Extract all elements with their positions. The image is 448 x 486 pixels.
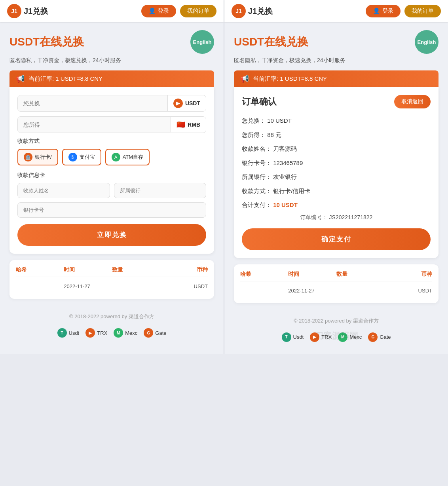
right-english-button[interactable]: English — [415, 30, 439, 54]
left-col-hash: 哈希 — [16, 266, 64, 273]
right-confirm-button[interactable]: 确定支付 — [242, 228, 431, 250]
left-atm-btn[interactable]: A ATM自存 — [105, 149, 150, 165]
left-get-row: 🇨🇳 RMB — [17, 116, 206, 133]
left-bank-btn[interactable]: 🏦 银行卡/ — [17, 149, 58, 165]
left-exchange-input[interactable] — [18, 95, 167, 111]
right-order-title: 订单确认 — [242, 96, 277, 108]
left-name-input[interactable] — [17, 183, 110, 198]
left-row-time: 2022-11-27 — [64, 283, 112, 289]
right-order-button[interactable]: 我的订单 — [404, 5, 441, 17]
right-row-amount — [336, 288, 384, 294]
left-mexc-icon: M — [114, 328, 123, 338]
left-col-currency: 币种 — [160, 266, 208, 273]
left-main-title: USDT在线兑换 — [9, 34, 84, 49]
left-logo-text: J1兑换 — [24, 6, 48, 17]
left-usdt-tag: ▶ USDT — [167, 95, 206, 111]
right-col-currency: 币种 — [384, 271, 432, 278]
right-total-row: 合计支付： 10 USDT — [242, 200, 431, 210]
svg-text:J1: J1 — [235, 8, 242, 14]
right-login-button[interactable]: 👤 登录 — [366, 5, 401, 17]
right-table-card: 哈希 时间 数量 币种 2022-11-27 USDT — [234, 264, 439, 303]
right-rate-text: 当前汇率: 1 USDT=8.8 CNY — [253, 75, 327, 83]
left-usdt-icon: ▶ — [173, 99, 183, 108]
left-speaker-icon: 📢 — [16, 74, 25, 83]
left-english-button[interactable]: English — [190, 30, 214, 54]
left-logo-area: J1 J1兑换 — [7, 4, 137, 18]
left-form-card: ▶ USDT 🇨🇳 RMB 收款方式 🏦 — [9, 87, 214, 254]
right-logo-icon: J1 — [232, 4, 246, 18]
right-total-value: 10 USDT — [273, 201, 298, 208]
left-header: J1 J1兑换 👤 登录 我的订单 — [0, 0, 224, 22]
left-atm-icon: A — [112, 153, 120, 161]
left-gate-coin: G Gate — [144, 328, 166, 338]
left-get-input[interactable] — [18, 117, 171, 133]
right-copyright: © 2018-2022 powered by 渠道合作方 — [224, 317, 448, 325]
right-row-time: 2022-11-27 — [288, 288, 336, 294]
left-rmb-tag: 🇨🇳 RMB — [171, 117, 206, 132]
left-bank-input[interactable] — [114, 183, 207, 198]
right-bank-row: 所属银行： 农业银行 — [242, 172, 431, 182]
right-table-row: 2022-11-27 USDT — [240, 285, 432, 297]
left-rmb-icon: 🇨🇳 — [177, 120, 185, 129]
right-gate-icon: G — [368, 332, 378, 342]
right-tether-icon: T — [282, 332, 291, 342]
left-footer: © 2018-2022 powered by 渠道合作方 — [0, 307, 224, 324]
right-col-time: 时间 — [288, 271, 336, 278]
right-header: J1 J1兑换 👤 登录 我的订单 — [224, 0, 448, 22]
left-submit-button[interactable]: 立即兑换 — [17, 224, 206, 246]
left-payment-label: 收款方式 — [17, 138, 206, 145]
left-order-button[interactable]: 我的订单 — [180, 5, 216, 17]
right-get-row: 您所得： 88 元 — [242, 130, 431, 140]
right-method-row: 收款方式： 银行卡/信用卡 — [242, 186, 431, 196]
right-subtitle: 匿名隐私，干净资金，极速兑换，24小时服务 — [234, 57, 439, 64]
left-copyright: © 2018-2022 powered by 渠道合作方 — [0, 313, 224, 320]
right-row-currency: USDT — [384, 288, 432, 294]
left-title-row: USDT在线兑换 English — [9, 30, 214, 54]
right-coins: T Usdt ▶ TRX M Mexc G Gate — [224, 328, 448, 346]
left-card-input[interactable] — [17, 202, 206, 218]
left-bank-icon: 🏦 — [24, 153, 32, 161]
left-row-amount — [112, 283, 160, 289]
left-login-button[interactable]: 👤 登录 — [141, 5, 176, 17]
right-trx-icon: ▶ — [310, 332, 319, 342]
left-row-hash — [16, 283, 64, 289]
left-table-row: 2022-11-27 USDT — [16, 280, 208, 292]
right-rate-bar: 📢 当前汇率: 1 USDT=8.8 CNY — [234, 70, 439, 87]
right-footer: © 2018-2022 powered by 渠道合作方 — [224, 311, 448, 328]
right-col-amount: 数量 — [336, 271, 384, 278]
left-trx-coin: ▶ TRX — [85, 328, 107, 338]
right-exchange-row: 您兑换： 10 USDT — [242, 116, 431, 126]
left-mexc-coin: M Mexc — [114, 328, 137, 338]
right-mexc-coin: M Mexc — [338, 332, 362, 342]
right-order-card: 订单确认 取消返回 您兑换： 10 USDT 您所得： 88 元 收款姓名： 刀… — [234, 87, 439, 258]
right-logo-text: J1兑换 — [248, 6, 273, 17]
left-name-bank-row — [17, 183, 206, 198]
right-title-row: USDT在线兑换 English — [234, 30, 439, 54]
right-mexc-icon: M — [338, 332, 347, 342]
left-alipay-btn[interactable]: 支 支付宝 — [62, 149, 101, 165]
left-exchange-row: ▶ USDT — [17, 95, 206, 112]
left-table-header: 哈希 时间 数量 币种 — [16, 266, 208, 277]
right-login-icon: 👤 — [373, 8, 380, 15]
svg-text:J1: J1 — [11, 8, 17, 14]
left-alipay-icon: 支 — [68, 153, 77, 161]
right-main-title: USDT在线兑换 — [234, 34, 308, 49]
left-payment-methods: 🏦 银行卡/ 支 支付宝 A ATM自存 — [17, 149, 206, 165]
left-col-amount: 数量 — [112, 266, 160, 273]
left-usdt-coin: T Usdt — [57, 328, 80, 338]
right-table-header: 哈希 时间 数量 币种 — [240, 271, 432, 281]
right-gate-coin: G Gate — [368, 332, 391, 342]
right-usdt-coin: T Usdt — [282, 332, 304, 342]
left-rate-bar: 📢 当前汇率: 1 USDT=8.8 CNY — [9, 70, 214, 87]
right-order-header: 订单确认 取消返回 — [242, 95, 431, 108]
right-col-hash: 哈希 — [240, 271, 288, 278]
left-tether-icon: T — [57, 328, 67, 338]
right-main: USDT在线兑换 English 匿名隐私，干净资金，极速兑换，24小时服务 📢… — [224, 22, 448, 311]
right-cancel-button[interactable]: 取消返回 — [394, 95, 431, 108]
left-info-label: 收款信息卡 — [17, 172, 206, 179]
left-trx-icon: ▶ — [85, 328, 95, 338]
right-trx-coin: ▶ TRX — [310, 332, 332, 342]
left-logo-icon: J1 — [7, 4, 21, 18]
left-main: USDT在线兑换 English 匿名隐私，干净资金，极速兑换，24小时服务 📢… — [0, 22, 224, 307]
left-login-icon: 👤 — [148, 8, 156, 15]
